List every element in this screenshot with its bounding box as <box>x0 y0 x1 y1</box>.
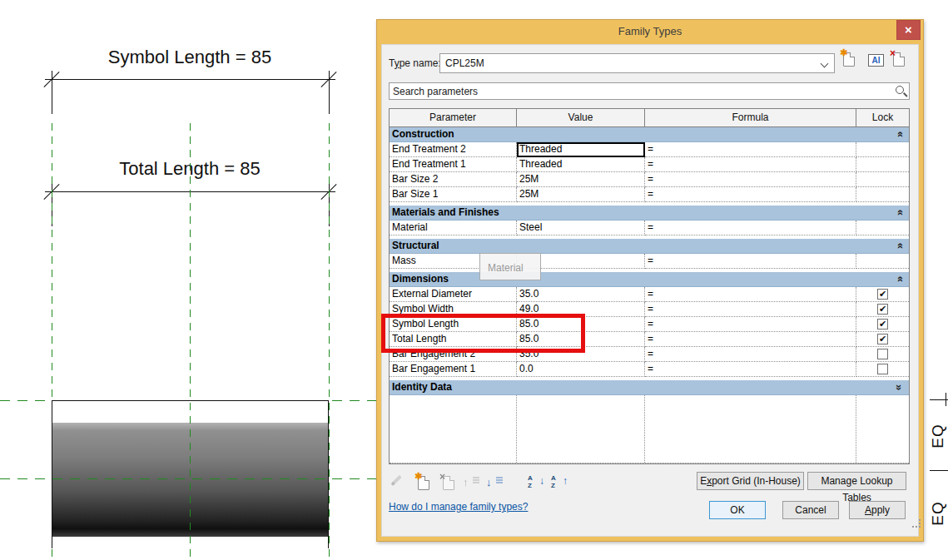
reference-plane-vertical[interactable] <box>329 123 330 560</box>
az-icon: A <box>551 475 556 482</box>
table-row-total-length[interactable]: Total Length 85.0 = ✔ <box>390 332 909 347</box>
value-cell-selected[interactable]: Threaded <box>517 142 645 157</box>
new-star-icon: ✱ <box>414 471 422 482</box>
dialog-titlebar[interactable]: Family Types × <box>377 20 923 44</box>
edit-parameter-button[interactable] <box>390 473 406 490</box>
column-header-lock[interactable]: Lock <box>856 109 909 126</box>
extension-line <box>52 71 52 114</box>
arrow-down-icon: ↓ <box>486 476 492 488</box>
search-icon[interactable] <box>896 86 904 94</box>
reference-plane-horizontal[interactable] <box>0 478 376 479</box>
pencil-icon <box>390 475 401 486</box>
eq-witness-line <box>930 470 948 471</box>
table-header-row: Parameter Value Formula Lock <box>390 109 909 127</box>
lock-checkbox[interactable] <box>877 364 888 374</box>
table-row[interactable]: End Treatment 2 Threaded = <box>390 142 909 157</box>
parameters-table: Parameter Value Formula Lock Constructio… <box>389 108 910 464</box>
lock-checkbox[interactable] <box>877 349 888 359</box>
column-header-value[interactable]: Value <box>517 109 645 126</box>
table-row[interactable]: Bar Size 2 25M = <box>390 172 909 187</box>
section-header-structural[interactable]: Structural » <box>390 239 909 254</box>
list-icon <box>473 477 479 487</box>
page-icon: ✱ <box>843 52 855 67</box>
section-header-construction[interactable]: Construction » <box>390 127 909 142</box>
column-header-parameter[interactable]: Parameter <box>390 109 517 126</box>
rename-icon: AI <box>868 54 884 67</box>
search-parameters-input[interactable]: Search parameters <box>389 82 910 100</box>
move-parameter-down-button[interactable]: ↓ <box>486 474 503 491</box>
ok-button[interactable]: OK <box>709 501 766 519</box>
table-row[interactable]: End Treatment 1 Threaded = <box>390 157 909 172</box>
symbol-length-dimension-text: Symbol Length = 85 <box>48 47 331 68</box>
column-header-formula[interactable]: Formula <box>645 109 856 126</box>
type-name-value: CPL25M <box>445 57 484 69</box>
delete-x-icon: × <box>439 471 445 483</box>
sort-ascending-button[interactable]: A Z ↓ <box>528 474 544 491</box>
arrow-up-icon: ↑ <box>463 476 469 488</box>
lock-checkbox[interactable]: ✔ <box>877 319 888 330</box>
symbol-length-dimension-line <box>45 79 335 80</box>
cancel-button[interactable]: Cancel <box>782 501 839 519</box>
help-link[interactable]: How do I manage family types? <box>389 501 528 513</box>
sort-descending-button[interactable]: A Z ↑ <box>551 474 568 491</box>
new-parameter-button[interactable]: ✱ <box>415 474 432 491</box>
coupler-top-edge <box>52 400 329 401</box>
table-row-symbol-length[interactable]: Symbol Length 85.0 = ✔ <box>390 317 909 332</box>
material-tooltip: Material <box>479 253 541 280</box>
table-row[interactable]: Bar Engagement 2 35.0 = <box>390 347 909 362</box>
move-parameter-up-button[interactable]: ↑ <box>463 474 479 491</box>
delete-type-button[interactable]: × <box>893 52 905 67</box>
az-icon: Z <box>551 483 555 489</box>
list-icon <box>496 477 503 487</box>
lock-checkbox[interactable]: ✔ <box>877 289 888 300</box>
new-star-icon: ✱ <box>840 47 847 58</box>
eq-label[interactable]: EQ <box>929 497 947 530</box>
page-icon: × <box>443 476 454 490</box>
delete-parameter-button[interactable]: × <box>440 474 457 491</box>
table-row[interactable]: Bar Engagement 1 0.0 = <box>390 362 909 377</box>
table-empty-area <box>390 395 909 463</box>
coupler-left-edge <box>52 400 52 548</box>
lock-checkbox[interactable]: ✔ <box>877 334 888 344</box>
az-icon: Z <box>528 483 532 489</box>
table-row[interactable]: Material Steel = <box>390 221 909 235</box>
eq-dimension-tick <box>946 393 946 406</box>
section-header-identity-data[interactable]: Identity Data » <box>390 380 909 395</box>
rename-type-button[interactable]: AI <box>868 54 884 67</box>
resize-grip[interactable] <box>912 519 922 529</box>
apply-button[interactable]: Apply <box>849 501 906 519</box>
collapse-chevron-icon[interactable]: » <box>893 131 906 137</box>
arrow-down-icon: ↓ <box>539 475 544 487</box>
eq-label[interactable]: EQ <box>929 419 947 453</box>
manage-lookup-tables-button[interactable]: Manage Lookup Tables <box>807 472 906 490</box>
chevron-down-icon[interactable] <box>821 60 829 68</box>
close-button[interactable]: × <box>896 20 921 40</box>
type-name-combobox[interactable]: CPL25M <box>439 53 835 73</box>
expand-chevron-icon[interactable]: » <box>893 384 906 390</box>
revit-family-editor-screen: Symbol Length = 85 Total Length = 85 EQ … <box>0 0 948 560</box>
new-type-button[interactable]: ✱ <box>843 52 855 67</box>
collapse-chevron-icon[interactable]: » <box>893 243 906 249</box>
delete-x-icon: × <box>890 47 896 59</box>
page-icon: ✱ <box>418 476 429 490</box>
table-row[interactable]: Symbol Width 49.0 = ✔ <box>390 302 909 317</box>
collapse-chevron-icon[interactable]: » <box>893 276 906 282</box>
lock-checkbox[interactable]: ✔ <box>877 304 888 315</box>
reference-plane-vertical[interactable] <box>190 123 191 560</box>
table-row[interactable]: Mass = <box>390 254 909 269</box>
type-name-label: Type name: <box>389 57 441 69</box>
page-icon: × <box>893 52 905 67</box>
collapse-chevron-icon[interactable]: » <box>893 210 906 216</box>
section-header-dimensions[interactable]: Dimensions » <box>390 272 909 287</box>
section-header-materials[interactable]: Materials and Finishes » <box>390 206 909 221</box>
table-row[interactable]: External Diameter 35.0 = ✔ <box>390 287 909 302</box>
tooltip-text: Material <box>488 262 524 274</box>
arrow-up-icon: ↑ <box>563 475 568 487</box>
table-row[interactable]: Bar Size 1 25M = <box>390 187 909 202</box>
coupler-right-edge <box>328 400 329 548</box>
dialog-title: Family Types <box>377 25 923 37</box>
search-placeholder: Search parameters <box>393 86 478 97</box>
extension-line <box>329 71 330 114</box>
az-icon: A <box>528 475 533 482</box>
export-grid-button[interactable]: Export Grid (In-House) <box>697 472 804 490</box>
